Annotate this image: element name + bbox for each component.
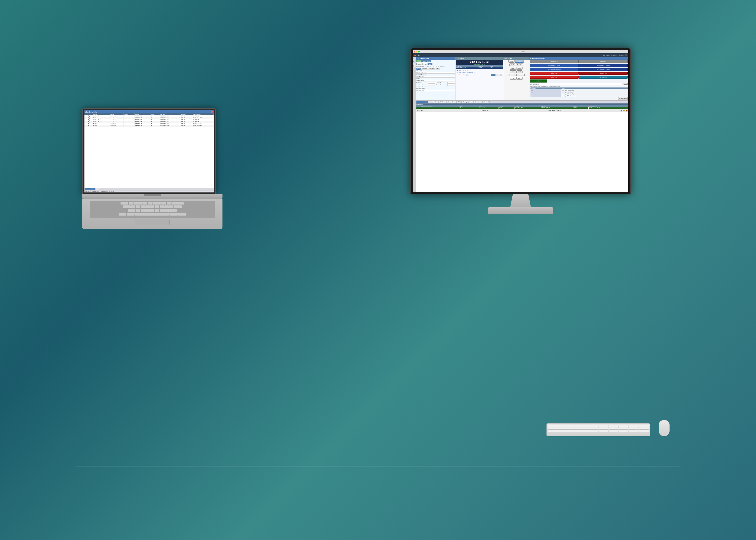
audit-hotkeys-button[interactable]: Audit Hotkeys <box>618 97 628 100</box>
dk-key-14 <box>578 428 588 430</box>
start-autobal-button[interactable]: Start Autobal <box>422 60 431 62</box>
key-ctrl <box>119 213 126 216</box>
tab-mapping[interactable]: Mapping (ALI) <box>429 101 439 103</box>
abandoned-row[interactable]: ● 📞 911 Line 4 Abandoned 858-555-8112 1 … <box>84 117 214 119</box>
key-caps <box>123 205 131 208</box>
station4-button[interactable]: Station 4 Fire <box>579 72 628 75</box>
call-ring-time: 5/9/2022 17:15:05 <box>456 67 478 69</box>
tab-center-status[interactable]: Center Status <box>447 101 456 103</box>
tab-jrl[interactable]: JRl <box>95 188 99 190</box>
call-button2[interactable]: Call <box>516 77 523 80</box>
key-i <box>162 202 166 205</box>
correct-button[interactable]: Correct <box>417 63 423 65</box>
tab-call-location[interactable]: Call Location (ALI) <box>417 101 428 103</box>
tab-tdd[interactable]: TDD <box>457 101 461 103</box>
minimize-btn[interactable] <box>416 51 418 53</box>
call-connected-label: Connected: 0:00:43 <box>456 64 503 65</box>
key-b <box>155 209 159 212</box>
abandoned-row[interactable]: ● 📞 Wireless 911-2 Abandoned 786-555-456… <box>84 121 214 123</box>
expand-prior-icon[interactable]: ▶ <box>457 70 458 71</box>
desktop-keyboard[interactable] <box>547 423 650 436</box>
mute-button[interactable]: Mute <box>508 60 515 63</box>
print-button[interactable]: Print <box>423 63 428 65</box>
key-v <box>150 209 155 212</box>
sdems2-button[interactable]: SD EMS <box>530 79 547 82</box>
tab-doors[interactable]: Doors <box>468 101 474 103</box>
side-tab-retabi[interactable]: Retabi <box>413 57 416 63</box>
longitude-label: Longitude <box>436 82 447 83</box>
laptop-close-button[interactable]: ✕ <box>211 111 213 113</box>
transfer-row[interactable]: Law San Diego Police Mid City <box>531 93 628 95</box>
tab-call-control[interactable]: Call Control <box>474 101 482 103</box>
calling-number-row: Calling Number <box>416 88 455 89</box>
clear-button[interactable]: Clear <box>623 83 628 85</box>
dk-key-18 <box>619 428 629 430</box>
sdems-button[interactable]: San Diego EMS <box>579 75 628 78</box>
abandoned-row[interactable]: ● 📞 Wireless 911-2 Abandoned 786-555-456… <box>84 119 214 121</box>
sdpd-northern-button[interactable]: San Diego Police Northern <box>530 68 579 71</box>
tab-formatted[interactable]: Formatted <box>421 68 428 70</box>
tab-clq[interactable]: CLQ <box>436 68 440 70</box>
maximize-btn[interactable] <box>418 51 420 53</box>
col-t[interactable]: T <box>622 87 628 89</box>
view-all-button[interactable]: View All <box>495 74 502 76</box>
unavail2-button[interactable]: Unavailable ID <box>579 60 628 63</box>
help-button[interactable]: ? <box>625 54 627 57</box>
tab-abandoned-calls[interactable]: Abandoned Calls <box>85 188 95 190</box>
col-category[interactable]: Category <box>531 87 561 89</box>
map-button[interactable]: Map <box>428 63 433 65</box>
park-button[interactable]: Park <box>510 67 516 69</box>
drop-flash-row: Drop Flash <box>503 70 529 73</box>
disconnect2-button[interactable]: Disconnect 2 <box>516 74 525 76</box>
tab-raw[interactable]: Raw <box>417 68 421 70</box>
abandoned-row[interactable]: ● 📞 911 Line 4 Abandoned 858-555-1106 1 … <box>84 123 214 125</box>
hp-cautions-label[interactable]: High Priority Caution Notes [-] <box>458 72 475 73</box>
tab-dial-pad[interactable]: Dial Pad <box>483 101 490 103</box>
laptop-trackpad[interactable] <box>135 219 170 225</box>
sdpd-eastern-button[interactable]: San Diego Police Eastern <box>530 64 579 67</box>
key-r <box>143 202 147 205</box>
key-bksp <box>176 202 184 205</box>
flash-button[interactable]: Flash <box>516 70 523 73</box>
add-note-button[interactable]: Add <box>491 74 495 76</box>
abandoned-row[interactable]: ● 📞 911 Line 3 Abandoned 858-555-8117 1 … <box>84 125 214 127</box>
cell-tower-row: Cell Tower ID Sector ID <box>416 84 455 86</box>
side-tab-clear[interactable]: Clear <box>413 63 416 68</box>
call-button1[interactable]: Call <box>510 77 516 80</box>
phone-notes-label[interactable]: Phone Notes [2] <box>458 74 468 76</box>
calling-number-label: Calling Number <box>417 88 427 89</box>
abandoned-row[interactable]: ● 📞 Wireless 911-2 Abandoned 786-555-456… <box>84 115 214 117</box>
key-s <box>136 205 140 208</box>
source-button[interactable]: Source <box>516 67 523 69</box>
sdpd-western-button[interactable]: San Diego Police Western <box>579 64 628 67</box>
transfer-row[interactable]: Law San Diego Police Central <box>531 89 628 91</box>
ab-icon1: ● <box>84 117 88 119</box>
unavail1-button[interactable]: Unavailable ID <box>530 60 579 63</box>
expand-hp-icon[interactable]: ▶ <box>457 72 458 73</box>
call-display-row[interactable]: ● 911 Line 2 Connected 2100 212-555-1212… <box>416 107 628 109</box>
col-name[interactable]: Name <box>561 87 622 89</box>
station5-button[interactable]: Station 5 Fire <box>530 75 579 78</box>
transfer-button[interactable]: Transfer <box>516 64 523 66</box>
rebid-button[interactable]: Rebid <box>417 60 422 62</box>
hold-button[interactable]: Hold <box>509 64 515 66</box>
desktop-mouse[interactable] <box>659 420 670 436</box>
prior-calls-label[interactable]: Prior Calls [1 / 1] <box>458 69 468 71</box>
call-control-header: Call Control <box>503 57 529 60</box>
transfer-row[interactable]: Law San Diego Police Eastern <box>531 91 628 93</box>
tab-texting[interactable]: Texting <box>462 101 468 103</box>
conference-button[interactable]: Conference <box>515 60 524 63</box>
station1-button[interactable]: Station 1 Fire <box>530 72 579 75</box>
drop-button[interactable]: Drop <box>510 70 516 73</box>
call-status-row[interactable]: 5/9/2022 17:15:05 0:00:45 911 Line 2 <box>456 67 503 69</box>
call-row: Call Call <box>503 77 529 80</box>
tab-call-status[interactable]: Call Status <box>439 101 447 103</box>
expand-notes-icon[interactable]: ▶ <box>457 74 458 75</box>
search-input[interactable] <box>539 83 623 85</box>
tab-rapidsos[interactable]: RapidSOS <box>428 68 436 70</box>
transfer-row[interactable]: Law San Diego Police Northeastern <box>531 95 628 97</box>
sdpd-southern-button[interactable]: San Diego Police Southern <box>579 68 628 71</box>
close-btn[interactable] <box>414 51 415 53</box>
disconnect1-button[interactable]: Disconnect 1 <box>508 74 516 76</box>
prior-calls-row: ▶ Prior Calls [1 / 1] <box>456 69 502 71</box>
